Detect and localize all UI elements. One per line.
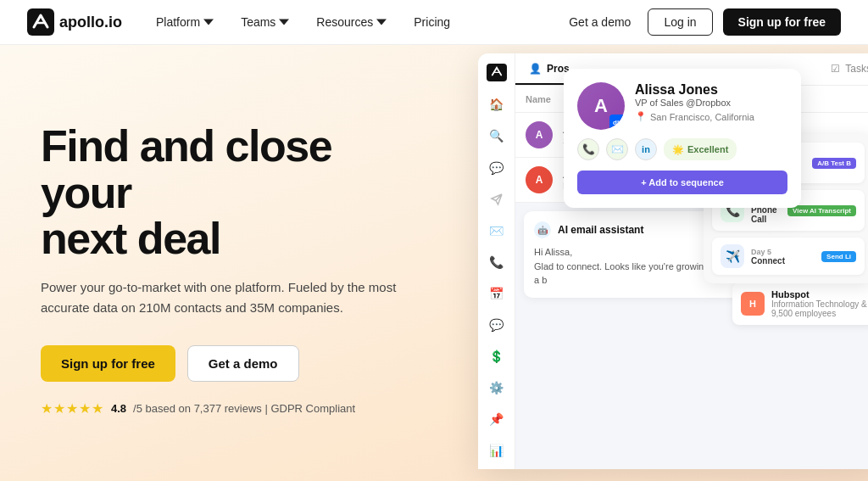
profile-top: A db Alissa Jones VP of Sales @Dropbox 📍…	[577, 82, 787, 130]
tab-tasks-label: Tasks	[845, 63, 868, 75]
hero-left: Find and close yournext deal Power your …	[0, 45, 432, 481]
chevron-down-icon	[376, 17, 387, 27]
nav-pricing[interactable]: Pricing	[400, 0, 464, 45]
company-name: Hubspot	[771, 289, 867, 299]
tasks-icon: ☑	[831, 63, 840, 75]
rating-text: /5 based on 7,377 reviews | GDPR Complia…	[133, 402, 355, 415]
demo-hero-button[interactable]: Get a demo	[187, 345, 299, 382]
seq-day: Day 5	[751, 248, 815, 256]
login-button[interactable]: Log in	[648, 8, 712, 36]
profile-location: 📍 San Francisco, California	[635, 111, 787, 122]
logo-icon	[27, 8, 54, 36]
sidebar-send-icon[interactable]	[487, 191, 506, 207]
app-sidebar: 🏠 🔍 💬 ✉️ 📞 📅 💬 💲 ⚙️ 📌 📊	[478, 53, 515, 469]
get-demo-link[interactable]: Get a demo	[562, 15, 637, 29]
signup-hero-button[interactable]: Sign up for free	[41, 345, 175, 382]
avatar: A	[526, 166, 553, 193]
nav-teams[interactable]: Teams	[227, 0, 303, 45]
sidebar-chart-icon[interactable]: 📊	[487, 443, 506, 459]
chevron-down-icon	[279, 17, 289, 27]
nav-links: Platform Teams Resources Pricing	[142, 0, 464, 45]
navbar: apollo.io Platform Teams Resources Prici…	[0, 0, 868, 45]
seq-label: Phone Call	[751, 205, 781, 224]
seq-label: Connect	[751, 256, 815, 266]
profile-name-block: Alissa Jones VP of Sales @Dropbox 📍 San …	[635, 82, 787, 122]
dropbox-badge: db	[609, 115, 625, 130]
sidebar-calendar-icon[interactable]: 📅	[487, 285, 506, 301]
rating-row: ★★★★★ 4.8 /5 based on 7,377 reviews | GD…	[41, 400, 405, 417]
sidebar-logo	[487, 64, 507, 81]
ab-test-badge: A/B Test B	[812, 158, 856, 169]
excellent-badge: 🌟 Excellent	[664, 138, 737, 160]
logo-text: apollo.io	[59, 14, 122, 31]
company-card-hubspot: H Hubspot Information Technology & 9,500…	[732, 282, 868, 325]
sidebar-email-icon[interactable]: ✉️	[487, 222, 506, 238]
company-type: Information Technology &	[771, 299, 867, 309]
nav-platform[interactable]: Platform	[142, 0, 227, 45]
add-to-sequence-button[interactable]: + Add to sequence	[577, 171, 787, 194]
linkedin-badge: in	[635, 138, 657, 160]
logo[interactable]: apollo.io	[27, 8, 122, 36]
col-name: Name	[526, 94, 551, 104]
send-icon	[490, 193, 504, 206]
hero-heading: Find and close yournext deal	[41, 123, 405, 262]
signup-nav-button[interactable]: Sign up for free	[723, 8, 841, 36]
rating-stars: ★★★★★	[41, 400, 104, 417]
sidebar-dollar-icon[interactable]: 💲	[487, 349, 506, 365]
hubspot-logo: H	[741, 292, 765, 316]
profile-badges: 📞 ✉️ in 🌟 Excellent	[577, 138, 787, 160]
sidebar-logo-icon	[491, 66, 503, 78]
profile-avatar: A db	[577, 82, 625, 130]
hero-buttons: Sign up for free Get a demo	[41, 345, 405, 382]
chevron-down-icon	[203, 17, 214, 27]
nav-resources[interactable]: Resources	[303, 0, 400, 45]
sidebar-phone-icon[interactable]: 📞	[487, 254, 506, 270]
sidebar-pin-icon[interactable]: 📌	[487, 411, 506, 428]
sidebar-chat-icon[interactable]: 💬	[487, 159, 506, 176]
hero-section: Find and close yournext deal Power your …	[0, 45, 868, 481]
sequence-step-3: ✈️ Day 5 Connect Send Li	[712, 238, 865, 275]
prospects-icon: 👤	[529, 63, 542, 75]
connect-step-icon: ✈️	[721, 244, 744, 268]
sidebar-settings-icon[interactable]: ⚙️	[487, 380, 506, 396]
tab-tasks[interactable]: ☑ Tasks	[817, 53, 868, 85]
sidebar-home-icon[interactable]: 🏠	[487, 97, 506, 113]
profile-popup: A db Alissa Jones VP of Sales @Dropbox 📍…	[564, 69, 801, 208]
hero-subtext: Power your go-to-market with one platfor…	[41, 277, 397, 318]
phone-badge: 📞	[577, 138, 599, 160]
sidebar-message-icon[interactable]: 💬	[487, 316, 506, 333]
email-badge: ✉️	[606, 138, 628, 160]
view-transcript-badge: View AI Transcript	[787, 205, 856, 216]
hero-right: 🏠 🔍 💬 ✉️ 📞 📅 💬 💲 ⚙️ 📌 📊	[432, 45, 868, 481]
rating-score: 4.8	[111, 402, 126, 415]
profile-name: Alissa Jones	[635, 82, 787, 98]
nav-cta-group: Get a demo Log in Sign up for free	[562, 8, 841, 36]
company-size: 9,500 employees	[771, 309, 867, 318]
location-pin-icon: 📍	[635, 111, 647, 122]
avatar: A	[526, 121, 553, 148]
ai-email-title: AI email assistant	[558, 224, 643, 236]
seq-step-info: Day 5 Connect	[751, 248, 815, 266]
ai-icon: 🤖	[534, 221, 551, 238]
send-badge: Send Li	[821, 251, 856, 262]
sidebar-search-icon[interactable]: 🔍	[487, 128, 506, 144]
hubspot-info: Hubspot Information Technology & 9,500 e…	[771, 289, 867, 318]
profile-title: VP of Sales @Dropbox	[635, 98, 787, 108]
